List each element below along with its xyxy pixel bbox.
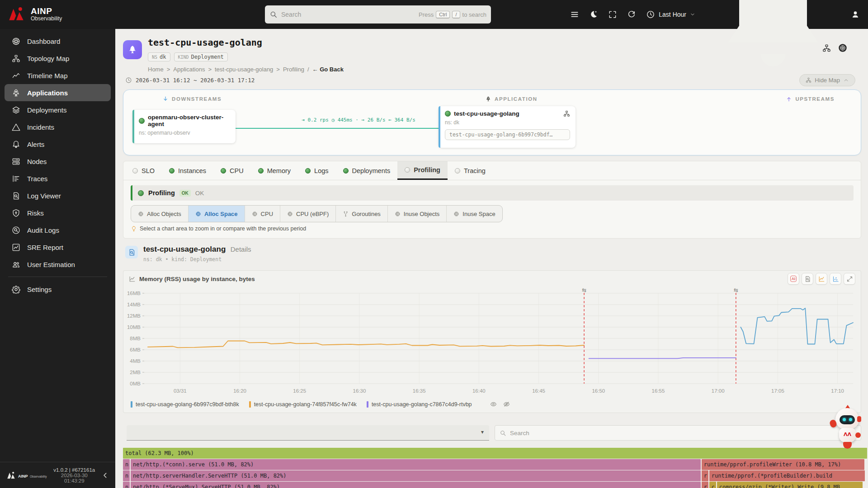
tab-instances[interactable]: Instances xyxy=(162,161,213,180)
tab-cpu[interactable]: CPU xyxy=(213,161,251,180)
flame-frame[interactable]: runtime/pprof.profileWriter (10.8 MB, 17… xyxy=(702,459,864,470)
svg-text:⇆: ⇆ xyxy=(582,288,586,293)
pod-pill[interactable]: test-cpu-usage-golang-6b997c9bdf… xyxy=(445,129,570,140)
footer-brand: AINP Observability xyxy=(6,470,47,480)
sidebar-item-nodes[interactable]: Nodes xyxy=(5,153,111,170)
svg-text:0MB: 0MB xyxy=(130,381,141,386)
flame-frame[interactable]: r xyxy=(702,482,708,488)
flame-frame[interactable]: runtime/pprof.(*profileBuilder).build xyxy=(709,470,865,481)
legend-item[interactable]: test-cpu-usage-golang-74f857f45c-fw74k xyxy=(249,401,357,408)
flame-frame[interactable]: compress/gzip.(*Writer).Write (9.8 MB, xyxy=(717,482,863,488)
sidebar-item-dashboard[interactable]: Dashboard xyxy=(5,33,111,50)
brand[interactable]: AINP Observability xyxy=(7,5,62,23)
flame-frame[interactable]: n xyxy=(123,459,130,470)
profile-type-label: CPU (eBPF) xyxy=(296,211,329,217)
refresh-icon[interactable] xyxy=(627,10,636,19)
flame-frame[interactable]: net/http.(*conn).serve (51.0 MB, 82%) xyxy=(131,459,701,470)
mascot-robot[interactable]: ΛΛ xyxy=(827,404,868,450)
flame-frame[interactable]: n xyxy=(123,470,130,481)
breadcrumb-home[interactable]: Home xyxy=(148,66,164,73)
sidebar-item-alerts[interactable]: Alerts xyxy=(5,136,111,153)
flame-frame[interactable]: c xyxy=(709,482,716,488)
hide-all-series-icon[interactable] xyxy=(503,401,510,408)
flame-search-input[interactable] xyxy=(510,430,856,436)
fullscreen-icon[interactable] xyxy=(608,10,617,19)
profile-type-inuse-space[interactable]: Inuse Space xyxy=(447,206,502,222)
sidebar-item-topology-map[interactable]: Topology Map xyxy=(5,50,111,67)
line-view-button[interactable] xyxy=(816,273,827,285)
profile-type-alloc-space[interactable]: Alloc Space xyxy=(189,206,245,222)
doc-search-icon xyxy=(12,192,20,200)
sidebar-item-applications[interactable]: Applications xyxy=(5,84,111,101)
details-icon-box xyxy=(125,246,138,258)
svg-text:16:55: 16:55 xyxy=(652,388,665,394)
show-all-series-icon[interactable] xyxy=(490,401,497,408)
notifications-button[interactable]: 13 xyxy=(705,0,841,82)
memory-chip-icon xyxy=(395,211,401,217)
sidebar-divider xyxy=(8,277,107,277)
flame-frame[interactable]: r xyxy=(702,470,708,481)
footer-brand-subtitle: Observability xyxy=(30,475,47,478)
breadcrumb-profiling[interactable]: Profiling xyxy=(283,66,304,73)
sidebar-item-traces[interactable]: Traces xyxy=(5,170,111,187)
global-search-input[interactable] xyxy=(281,11,415,18)
user-avatar-icon[interactable] xyxy=(851,10,860,19)
scatter-view-button[interactable] xyxy=(830,273,841,285)
chart-inspect-button[interactable] xyxy=(802,273,813,285)
sidebar-item-settings[interactable]: Settings xyxy=(5,281,111,298)
flame-frame[interactable]: total (62.3 MB, 100%) xyxy=(123,448,867,459)
sidebar-item-log-viewer[interactable]: Log Viewer xyxy=(5,187,111,204)
dark-mode-icon[interactable] xyxy=(589,10,598,19)
tab-deployments[interactable]: Deployments xyxy=(336,161,398,180)
application-node[interactable]: test-cpu-usage-golang ns: dk test-cpu-us… xyxy=(439,106,576,148)
downstream-node-namespace: ns: openmaru-observ xyxy=(139,130,230,136)
sidebar-item-deployments[interactable]: Deployments xyxy=(5,101,111,118)
svg-text:16:50: 16:50 xyxy=(592,388,605,394)
slash-keycap: / xyxy=(452,11,460,19)
doc-search-icon xyxy=(128,249,136,256)
tab-logs[interactable]: Logs xyxy=(298,161,335,180)
profile-type-cpu[interactable]: CPU xyxy=(245,206,280,222)
profile-type-inuse-objects[interactable]: Inuse Objects xyxy=(388,206,447,222)
ctrl-keycap: Ctrl xyxy=(436,11,450,19)
global-search[interactable]: Press Ctrl / to search xyxy=(265,5,491,23)
go-back-link[interactable]: ← Go Back xyxy=(312,66,344,73)
svg-text:16:30: 16:30 xyxy=(353,388,366,394)
sidebar-item-risks[interactable]: Risks xyxy=(5,204,111,221)
users-icon xyxy=(12,260,20,269)
time-range-select[interactable]: Last Hour xyxy=(646,10,695,19)
profile-type-cpu-ebpf[interactable]: CPU (eBPF) xyxy=(280,206,336,222)
topology-icon[interactable] xyxy=(563,110,570,117)
tab-memory[interactable]: Memory xyxy=(251,161,298,180)
profile-type-goroutines[interactable]: Goroutines xyxy=(336,206,388,222)
select-arrow-icon: ▾ xyxy=(481,429,484,435)
sidebar-item-timeline-map[interactable]: Timeline Map xyxy=(5,67,111,84)
profile-type-alloc-objects[interactable]: Alloc Objects xyxy=(131,206,189,222)
flame-frame[interactable]: n xyxy=(123,482,130,488)
breadcrumb-app-name[interactable]: test-cpu-usage-golang xyxy=(215,66,273,73)
svg-text:⇆: ⇆ xyxy=(734,288,738,293)
sidebar-item-sre-report[interactable]: SRE Report xyxy=(5,239,111,256)
memory-usage-chart[interactable]: 03/3116:2016:2516:3016:3516:4016:4516:50… xyxy=(123,288,862,396)
flame-search[interactable] xyxy=(495,425,861,441)
svg-text:10MB: 10MB xyxy=(127,324,141,330)
expand-chart-button[interactable] xyxy=(844,273,855,285)
flame-frame[interactable]: net/http.(*ServeMux).ServeHTTP (51.0 MB,… xyxy=(131,482,701,488)
pod-select-dropdown[interactable]: ▾ xyxy=(127,425,489,441)
sidebar-item-user-estimation[interactable]: User Estimation xyxy=(5,256,111,273)
legend-label: test-cpu-usage-golang-c7867c4d9-rtvbp xyxy=(372,401,472,408)
menu-icon[interactable] xyxy=(570,10,579,19)
downstream-node[interactable]: openmaru-observ-cluster-agent ns: openma… xyxy=(132,110,236,143)
breadcrumb-applications[interactable]: Applications xyxy=(173,66,205,73)
tab-slo[interactable]: SLO xyxy=(125,161,162,180)
sidebar-item-incidents[interactable]: Incidents xyxy=(5,118,111,136)
sidebar-collapse-icon[interactable] xyxy=(102,472,109,479)
fork-icon xyxy=(343,211,349,217)
tab-tracing[interactable]: Tracing xyxy=(448,161,493,180)
legend-item[interactable]: test-cpu-usage-golang-c7867c4d9-rtvbp xyxy=(367,401,472,408)
flame-frame[interactable]: net/http.serverHandler.ServeHTTP (51.0 M… xyxy=(131,470,701,481)
sidebar-item-audit-logs[interactable]: Audit Logs xyxy=(5,221,111,239)
tab-profiling[interactable]: Profiling xyxy=(397,161,448,180)
legend-item[interactable]: test-cpu-usage-golang-6b997c9bdf-bth8k xyxy=(131,401,239,408)
ai-analysis-button[interactable]: AI xyxy=(788,273,799,285)
